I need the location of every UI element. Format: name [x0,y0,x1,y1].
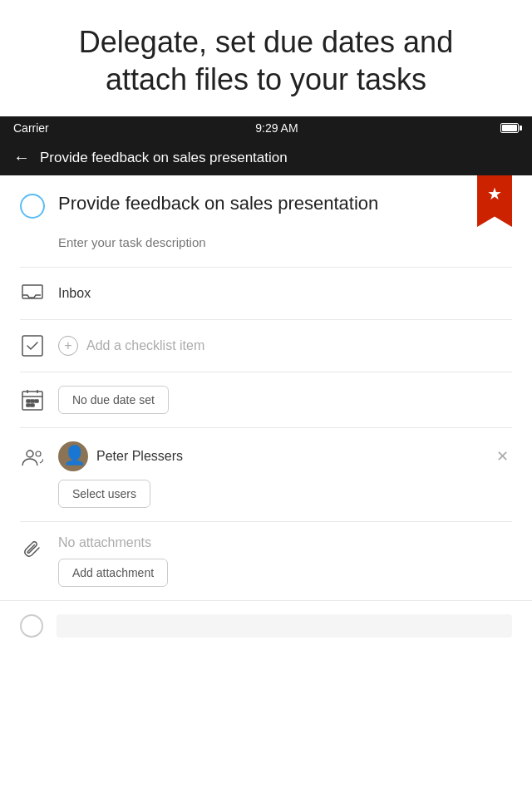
task-description-input[interactable] [58,235,512,249]
battery-fill [502,125,517,131]
partial-circle [20,614,43,638]
time-display: 9:29 AM [255,121,298,135]
assignee-icon [20,445,45,470]
svg-rect-3 [27,400,30,402]
due-date-row[interactable]: No due date set [0,372,532,427]
no-attachments-label: No attachments [58,535,512,550]
avatar [58,441,88,471]
bookmark-ribbon[interactable]: ★ [477,175,512,227]
svg-point-9 [36,451,41,456]
task-title-text: Provide feedback on sales presentation [58,192,512,216]
promo-section: Delegate, set due dates and attach files… [0,0,532,116]
svg-rect-0 [22,285,42,298]
paperclip-icon [20,539,45,564]
checklist-content: + Add a checklist item [58,336,512,356]
task-detail-content: Provide feedback on sales presentation ★… [0,175,532,651]
bottom-partial-row [0,600,532,651]
attachment-row: No attachments Add attachment [0,522,532,600]
due-date-content[interactable]: No due date set [58,386,512,414]
calendar-icon [20,387,45,412]
assignee-name: Peter Plessers [96,449,485,464]
checklist-icon [20,333,45,358]
due-date-button[interactable]: No due date set [58,386,169,414]
add-checklist-button[interactable]: + [58,336,78,356]
svg-point-8 [27,451,33,457]
task-title-row: Provide feedback on sales presentation ★ [0,175,532,232]
assignee-item: Peter Plessers ✕ [58,441,512,471]
select-users-button-wrapper[interactable]: Select users [58,480,512,508]
battery-icon [500,123,519,133]
description-row[interactable] [0,232,532,267]
back-button[interactable]: ← [13,148,30,167]
partial-input-area [57,614,512,638]
carrier-label: Carrier [13,121,49,135]
svg-rect-5 [27,404,30,406]
checklist-placeholder: Add a checklist item [86,338,204,353]
svg-rect-7 [35,400,38,402]
inbox-row[interactable]: Inbox [0,268,532,319]
nav-title: Provide feedback on sales presentation [40,150,288,166]
status-bar: Carrier 9:29 AM [0,116,532,140]
phone-frame: Carrier 9:29 AM ← Provide feedback on sa… [0,116,532,651]
inbox-label: Inbox [58,286,91,300]
svg-rect-1 [22,336,42,356]
assignee-row: Peter Plessers ✕ Select users [0,428,532,521]
nav-bar: ← Provide feedback on sales presentation [0,140,532,175]
promo-title: Delegate, set due dates and attach files… [50,23,482,98]
checklist-row[interactable]: + Add a checklist item [0,320,532,372]
carrier-info: Carrier [13,121,53,135]
attachment-content: No attachments Add attachment [58,535,512,587]
star-icon: ★ [487,184,502,227]
select-users-button[interactable]: Select users [58,480,150,508]
add-attachment-button[interactable]: Add attachment [58,559,168,587]
task-completion-circle[interactable] [20,194,45,219]
assignee-content: Peter Plessers ✕ Select users [58,441,512,508]
inbox-icon [20,281,45,306]
remove-assignee-button[interactable]: ✕ [493,444,512,469]
inbox-content: Inbox [58,286,512,301]
svg-rect-4 [31,400,34,402]
assignee-section: Peter Plessers ✕ Select users [58,441,512,508]
svg-rect-6 [31,404,34,406]
